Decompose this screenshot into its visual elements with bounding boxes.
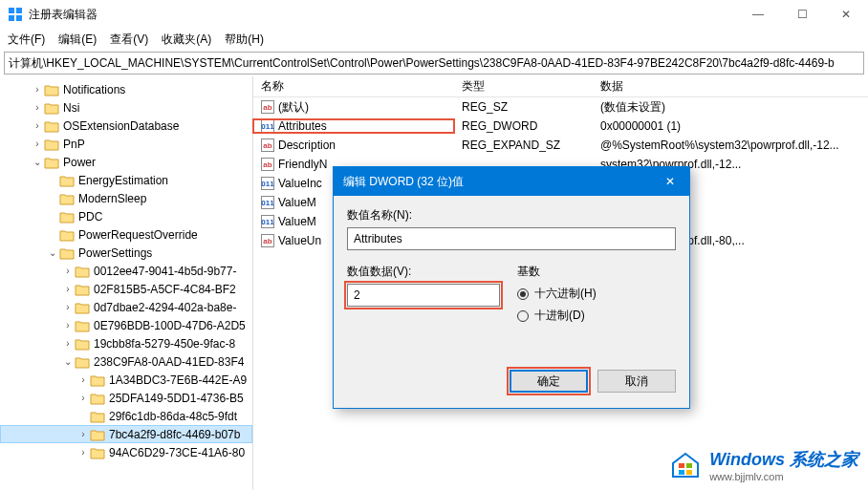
radio-dec-row[interactable]: 十进制(D) — [517, 308, 676, 324]
watermark-logo-icon — [669, 450, 702, 481]
list-row[interactable]: 011AttributesREG_DWORD0x00000001 (1) — [253, 117, 868, 136]
tree-item[interactable]: 29f6c1db-86da-48c5-9fdt — [0, 407, 252, 425]
chevron-right-icon[interactable]: › — [31, 84, 44, 95]
tree-item[interactable]: ModernSleep — [0, 189, 252, 207]
regedit-icon — [8, 7, 23, 22]
cancel-button[interactable]: 取消 — [597, 370, 676, 393]
chevron-right-icon[interactable]: › — [76, 393, 90, 403]
string-value-icon: ab — [261, 138, 274, 152]
value-name: (默认) — [278, 99, 309, 116]
tree-item[interactable]: PDC — [0, 207, 252, 225]
address-text: 计算机\HKEY_LOCAL_MACHINE\SYSTEM\CurrentCon… — [9, 55, 835, 72]
menu-help[interactable]: 帮助(H) — [225, 32, 264, 48]
dialog-close-button[interactable]: ✕ — [661, 175, 680, 188]
col-name[interactable]: 名称 — [253, 78, 454, 95]
tree-item-label: 7bc4a2f9-d8fc-4469-b07b — [109, 428, 240, 441]
radio-hex[interactable] — [517, 288, 529, 300]
binary-value-icon: 011 — [261, 196, 274, 209]
tree-item[interactable]: ›0012ee47-9041-4b5d-9b77- — [0, 262, 252, 280]
tree-item-label: OSExtensionDatabase — [63, 119, 179, 133]
value-data: 0x00000001 (1) — [593, 119, 868, 133]
chevron-right-icon[interactable]: › — [76, 374, 90, 385]
value-data: (数值未设置) — [593, 99, 868, 116]
watermark: Windows 系统之家 www.bjjmlv.com — [665, 446, 862, 484]
tree-item[interactable]: ›0E796BDB-100D-47D6-A2D5 — [0, 316, 252, 334]
edit-dword-dialog: 编辑 DWORD (32 位)值 ✕ 数值名称(N): 数值数据(V): 基数 … — [333, 166, 690, 409]
tree-item[interactable]: ›0d7dbae2-4294-402a-ba8e- — [0, 298, 252, 316]
chevron-right-icon[interactable]: › — [61, 302, 75, 312]
chevron-right-icon[interactable]: › — [76, 447, 90, 458]
tree-item[interactable]: ⌄PowerSettings — [0, 244, 252, 262]
close-button[interactable]: ✕ — [824, 0, 868, 29]
binary-value-icon: 011 — [261, 215, 274, 228]
value-name: FriendlyN — [278, 158, 327, 171]
svg-rect-6 — [686, 463, 692, 468]
value-data: @%SystemRoot%\system32\powrprof.dll,-12.… — [593, 138, 868, 152]
value-name: ValueM — [278, 196, 316, 209]
tree-item-label: PowerSettings — [78, 246, 152, 260]
chevron-right-icon[interactable]: › — [61, 266, 75, 276]
registry-tree[interactable]: ›Notifications›Nsi›OSExtensionDatabase›P… — [0, 76, 253, 490]
menu-file[interactable]: 文件(F) — [8, 32, 45, 48]
tree-item[interactable]: EnergyEstimation — [0, 171, 252, 189]
chevron-right-icon[interactable]: › — [61, 320, 75, 330]
radio-hex-row[interactable]: 十六进制(H) — [517, 286, 676, 302]
chevron-right-icon[interactable]: › — [31, 102, 44, 113]
minimize-button[interactable]: — — [736, 0, 780, 29]
chevron-down-icon[interactable]: ⌄ — [46, 247, 59, 258]
maximize-button[interactable]: ☐ — [780, 0, 824, 29]
tree-item[interactable]: ›Nsi — [0, 98, 252, 117]
chevron-right-icon[interactable]: › — [76, 429, 90, 439]
folder-icon — [75, 355, 90, 369]
svg-rect-8 — [686, 470, 692, 475]
binary-value-icon: 011 — [261, 177, 274, 190]
tree-item[interactable]: ›02F815B5-A5CF-4C84-BF2 — [0, 280, 252, 298]
tree-item-label: 238C9FA8-0AAD-41ED-83F4 — [94, 355, 244, 369]
svg-rect-2 — [9, 15, 14, 21]
tree-item[interactable]: ⌄Power — [0, 153, 252, 171]
folder-icon — [90, 373, 105, 387]
list-row[interactable]: abDescriptionREG_EXPAND_SZ@%SystemRoot%\… — [253, 136, 868, 155]
tree-item[interactable]: ›19cbb8fa-5279-450e-9fac-8 — [0, 334, 252, 352]
folder-icon — [59, 174, 75, 187]
tree-item[interactable]: ›94AC6D29-73CE-41A6-80 — [0, 443, 252, 461]
tree-item[interactable]: ›1A34BDC3-7E6B-442E-A9 — [0, 371, 252, 389]
folder-icon — [90, 446, 105, 459]
tree-item[interactable]: ›7bc4a2f9-d8fc-4469-b07b — [0, 425, 252, 443]
tree-item[interactable]: ›PnP — [0, 135, 252, 153]
folder-icon — [59, 192, 75, 205]
tree-item[interactable]: ›OSExtensionDatabase — [0, 117, 252, 135]
base-label: 基数 — [517, 264, 676, 280]
value-name-label: 数值名称(N): — [347, 207, 676, 224]
dialog-titlebar[interactable]: 编辑 DWORD (32 位)值 ✕ — [334, 167, 689, 196]
tree-item[interactable]: ⌄238C9FA8-0AAD-41ED-83F4 — [0, 352, 252, 371]
value-name-input[interactable] — [347, 227, 676, 250]
menu-favorites[interactable]: 收藏夹(A) — [162, 32, 211, 48]
folder-icon — [75, 319, 90, 332]
tree-item[interactable]: ›Notifications — [0, 80, 252, 98]
value-data-input[interactable] — [347, 284, 500, 307]
chevron-down-icon[interactable]: ⌄ — [61, 356, 75, 367]
tree-item-label: PDC — [78, 210, 102, 224]
address-bar[interactable]: 计算机\HKEY_LOCAL_MACHINE\SYSTEM\CurrentCon… — [4, 52, 864, 75]
tree-item-label: 19cbb8fa-5279-450e-9fac-8 — [94, 337, 235, 351]
chevron-right-icon[interactable]: › — [31, 138, 44, 149]
value-name: ValueUn — [278, 234, 321, 247]
radio-dec-label: 十进制(D) — [534, 308, 585, 324]
col-type[interactable]: 类型 — [454, 78, 593, 95]
menu-edit[interactable]: 编辑(E) — [58, 32, 97, 48]
chevron-right-icon[interactable]: › — [61, 338, 75, 349]
tree-item[interactable]: PowerRequestOverride — [0, 225, 252, 244]
tree-item[interactable]: ›25DFA149-5DD1-4736-B5 — [0, 389, 252, 407]
dialog-title-text: 编辑 DWORD (32 位)值 — [343, 174, 661, 190]
folder-icon — [59, 228, 75, 242]
list-row[interactable]: ab(默认)REG_SZ(数值未设置) — [253, 97, 868, 117]
ok-button[interactable]: 确定 — [510, 370, 588, 393]
menu-view[interactable]: 查看(V) — [110, 32, 148, 48]
chevron-right-icon[interactable]: › — [31, 120, 44, 131]
radio-dec[interactable] — [517, 310, 529, 322]
chevron-down-icon[interactable]: ⌄ — [31, 157, 44, 167]
chevron-right-icon[interactable]: › — [61, 284, 75, 294]
value-name: ValueM — [278, 215, 316, 228]
col-data[interactable]: 数据 — [593, 78, 868, 95]
